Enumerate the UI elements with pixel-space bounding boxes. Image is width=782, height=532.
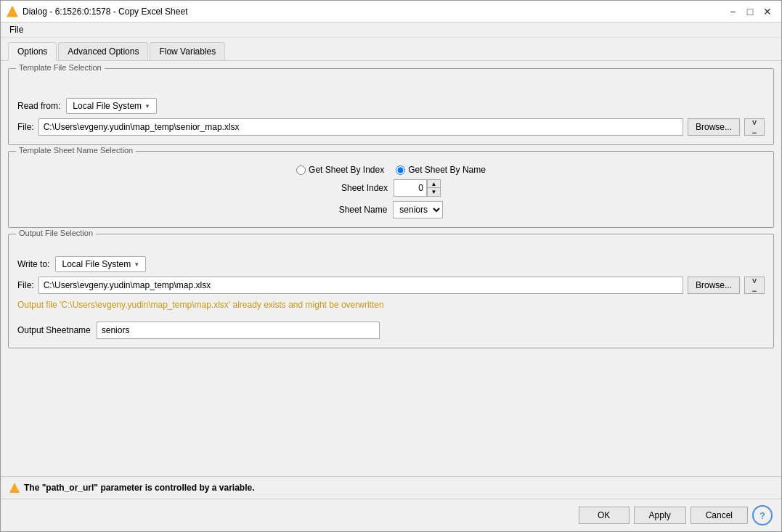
ok-button[interactable]: OK	[579, 507, 630, 524]
output-file-row: File: Browse... V⎯	[17, 277, 765, 294]
main-window: Dialog - 6:1526:0:1578 - Copy Excel Shee…	[0, 0, 782, 532]
write-to-value: Local File System	[62, 259, 131, 269]
sheet-index-row: Sheet Index ▲ ▼	[17, 179, 765, 197]
spinner-arrows: ▲ ▼	[427, 180, 440, 196]
sheet-name-label: Sheet Name	[339, 205, 388, 215]
warning-icon	[9, 483, 20, 493]
title-buttons: − □ ✕	[725, 4, 775, 20]
footer: OK Apply Cancel ?	[1, 499, 781, 531]
sheet-radio-row: Get Sheet By Index Get Sheet By Name	[17, 165, 765, 175]
template-file-input[interactable]	[38, 118, 683, 136]
output-top: Write to: Local File System ▼ File: Brow…	[17, 256, 765, 339]
output-sheetname-input[interactable]	[97, 322, 380, 339]
radio-index[interactable]	[296, 165, 306, 175]
template-top: Read from: Local File System ▼ File: Bro…	[17, 98, 765, 136]
output-file-label: File:	[17, 280, 34, 290]
window-title: Dialog - 6:1526:0:1578 - Copy Excel Shee…	[23, 7, 187, 17]
spinner-down[interactable]: ▼	[427, 188, 440, 196]
title-bar-left: Dialog - 6:1526:0:1578 - Copy Excel Shee…	[7, 6, 187, 17]
radio-name-label[interactable]: Get Sheet By Name	[396, 165, 486, 175]
bottom-warning-bar: The "path_or_url" parameter is controlle…	[1, 476, 781, 499]
apply-button[interactable]: Apply	[634, 507, 686, 524]
sheet-index-label: Sheet Index	[341, 183, 388, 193]
overwrite-warning: Output file 'C:\Users\evgeny.yudin\map_t…	[17, 300, 765, 310]
write-to-arrow: ▼	[134, 261, 139, 268]
write-to-label: Write to:	[17, 259, 49, 269]
sheet-index-spinner: ▲ ▼	[394, 179, 441, 197]
dropdown-arrow: ▼	[144, 103, 150, 110]
spinner-up[interactable]: ▲	[427, 180, 440, 188]
radio-name-text: Get Sheet By Name	[408, 165, 486, 175]
sheet-name-row: Sheet Name seniors	[17, 201, 765, 218]
tab-advanced-options[interactable]: Advanced Options	[58, 42, 148, 60]
output-file-section: Output File Selection Write to: Local Fi…	[8, 234, 774, 348]
radio-index-label[interactable]: Get Sheet By Index	[296, 165, 384, 175]
template-file-label: File:	[17, 122, 34, 132]
sheet-name-select[interactable]: seniors	[393, 201, 443, 218]
title-bar: Dialog - 6:1526:0:1578 - Copy Excel Shee…	[1, 1, 781, 22]
radio-index-text: Get Sheet By Index	[309, 165, 384, 175]
write-to-row: Write to: Local File System ▼	[17, 256, 765, 272]
app-icon	[7, 6, 18, 17]
menu-bar: File	[1, 22, 781, 38]
output-sheetname-label: Output Sheetname	[17, 325, 91, 335]
read-from-value: Local File System	[73, 101, 142, 111]
output-sheetname-row: Output Sheetname	[17, 322, 765, 339]
template-file-legend: Template File Selection	[16, 63, 105, 72]
output-file-input[interactable]	[38, 277, 683, 294]
help-button[interactable]: ?	[752, 505, 773, 525]
radio-name[interactable]	[396, 165, 405, 175]
sheet-selection-legend: Template Sheet Name Selection	[16, 146, 136, 155]
output-browse-button[interactable]: Browse...	[688, 277, 740, 294]
template-file-row: File: Browse... V⎯	[17, 118, 765, 136]
cancel-button[interactable]: Cancel	[691, 507, 748, 524]
read-from-dropdown[interactable]: Local File System ▼	[66, 98, 157, 114]
file-menu[interactable]: File	[7, 23, 26, 36]
main-content: Template File Selection Read from: Local…	[1, 61, 781, 476]
read-from-label: Read from:	[17, 101, 60, 111]
template-file-section: Template File Selection Read from: Local…	[8, 68, 774, 145]
output-variable-button[interactable]: V⎯	[744, 277, 765, 294]
bottom-warning-message: The "path_or_url" parameter is controlle…	[24, 483, 254, 493]
maximize-button[interactable]: □	[742, 4, 758, 20]
sheet-selection-section: Template Sheet Name Selection Get Sheet …	[8, 151, 774, 228]
template-variable-button[interactable]: V⎯	[744, 118, 765, 136]
template-browse-button[interactable]: Browse...	[688, 118, 740, 136]
read-from-row: Read from: Local File System ▼	[17, 98, 765, 114]
output-file-legend: Output File Selection	[16, 229, 96, 237]
minimize-button[interactable]: −	[725, 4, 741, 20]
write-to-dropdown[interactable]: Local File System ▼	[55, 256, 146, 272]
tab-options[interactable]: Options	[8, 42, 57, 61]
tab-flow-variables[interactable]: Flow Variables	[150, 42, 225, 60]
tabs-bar: Options Advanced Options Flow Variables	[1, 38, 781, 61]
close-button[interactable]: ✕	[759, 4, 775, 20]
sheet-index-input[interactable]	[394, 180, 427, 196]
